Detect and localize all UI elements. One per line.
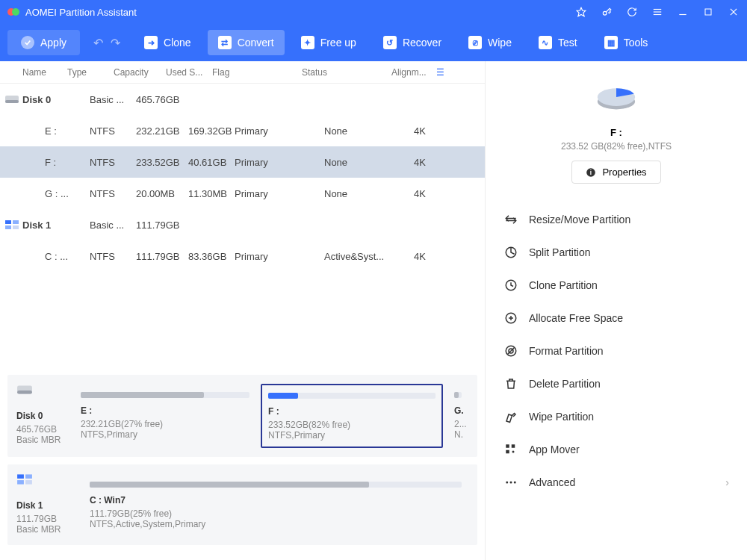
disk-icon [16, 384, 65, 396]
partition-row[interactable]: C : ...NTFS111.79GB83.36GBPrimaryActive&… [0, 240, 485, 272]
col-used[interactable]: Used S... [166, 67, 212, 78]
menu-icon[interactable] [651, 6, 663, 18]
action-list: Resize/Move PartitionSplit PartitionClon… [500, 203, 732, 499]
col-name[interactable]: Name [0, 67, 67, 78]
partition-block[interactable]: E :232.21GB(27% free)NTFS,Primary [74, 384, 256, 448]
partition-block-fs: NTFS,Active,System,Primary [90, 519, 462, 529]
wipe-button[interactable]: ⎚Wipe [458, 30, 522, 55]
action-wipe-partition[interactable]: Wipe Partition [500, 400, 732, 433]
column-header-row: Name Type Capacity Used S... Flag Status… [0, 61, 485, 84]
action-allocate-free-space[interactable]: Allocate Free Space [500, 302, 732, 335]
key-icon[interactable] [601, 6, 613, 18]
partition-row[interactable]: F :NTFS233.52GB40.61GBPrimaryNone4K [0, 146, 485, 178]
col-capacity[interactable]: Capacity [114, 67, 166, 78]
partition-block[interactable]: C : Win7111.79GB(25% free)NTFS,Active,Sy… [83, 473, 468, 536]
svg-rect-37 [506, 450, 509, 454]
partition-row[interactable]: E :NTFS232.21GB169.32GBPrimaryNone4K [0, 115, 485, 146]
cell-capacity: 111.79GB [136, 251, 188, 262]
disk-row[interactable]: Disk 0Basic ...465.76GB [0, 84, 485, 115]
clone-icon: ➜ [144, 36, 158, 49]
convert-icon: ⇄ [218, 36, 232, 49]
selected-partition-name: F : [500, 127, 732, 138]
cell-used: 83.36GB [188, 251, 235, 262]
action-label: Advanced [529, 476, 575, 488]
col-type[interactable]: Type [67, 67, 114, 78]
action-label: Delete Partition [529, 378, 601, 390]
disk-icon [4, 94, 19, 105]
disk-row[interactable]: Disk 1Basic ...111.79GB [0, 209, 485, 240]
col-status[interactable]: Status [302, 67, 391, 78]
disk-card-cap: 111.79GB [16, 514, 74, 524]
svg-rect-36 [512, 444, 515, 448]
action-label: Resize/Move Partition [529, 214, 630, 225]
action-advanced[interactable]: Advanced› [500, 466, 732, 499]
freeup-icon: ✦ [301, 36, 314, 49]
test-button[interactable]: ∿Test [528, 30, 588, 55]
partition-list: Disk 0Basic ...465.76GBE :NTFS232.21GB16… [0, 84, 485, 272]
disk-card-cap: 465.76GB [16, 424, 65, 435]
chevron-right-icon: › [725, 476, 729, 488]
disk-card-name: Disk 1 [16, 500, 74, 511]
partition-block-detail: 2... [454, 419, 462, 429]
col-align[interactable]: Alignm... [391, 67, 436, 78]
selected-partition-summary: F : 233.52 GB(82% free),NTFS i Propertie… [500, 76, 732, 184]
cell-used: 169.32GB [188, 125, 235, 137]
disk-card: Disk 1111.79GBBasic MBRC : Win7111.79GB(… [7, 464, 477, 545]
apply-button[interactable]: Apply [7, 30, 80, 55]
action-label: Wipe Partition [529, 411, 594, 423]
cell-type: NTFS [90, 188, 136, 199]
svg-rect-14 [13, 220, 19, 224]
col-flag[interactable]: Flag [212, 67, 302, 78]
action-delete-partition[interactable]: Delete Partition [500, 367, 732, 400]
redo-icon[interactable]: ↷ [111, 36, 120, 50]
properties-button[interactable]: i Properties [571, 161, 660, 184]
partition-block-name: C : Win7 [90, 495, 462, 505]
svg-rect-18 [17, 391, 32, 393]
recover-button[interactable]: ↺Recover [373, 30, 452, 55]
format-icon [503, 343, 518, 358]
maximize-icon[interactable] [702, 6, 714, 18]
partition-block[interactable]: G.2...N. [447, 384, 468, 448]
svg-point-3 [603, 11, 607, 15]
action-format-partition[interactable]: Format Partition [500, 335, 732, 367]
freeup-button[interactable]: ✦Free up [291, 30, 367, 55]
cell-capacity: 20.00MB [136, 188, 188, 199]
more-icon [503, 475, 518, 490]
col-options-icon[interactable]: ☰ [436, 67, 456, 78]
tools-icon: ▦ [604, 36, 618, 49]
partition-row[interactable]: G : ...NTFS20.00MB11.30MBPrimaryNone4K [0, 178, 485, 209]
action-split-partition[interactable]: Split Partition [500, 236, 732, 269]
tools-button[interactable]: ▦Tools [594, 30, 659, 55]
star-icon[interactable] [575, 6, 587, 18]
action-clone-partition[interactable]: Clone Partition [500, 269, 732, 302]
action-label: Clone Partition [529, 279, 598, 291]
cell-flag: Primary [235, 157, 324, 168]
action-app-mover[interactable]: App Mover [500, 433, 732, 466]
cell-status: None [324, 125, 414, 137]
disk-icon [4, 220, 19, 230]
undo-icon[interactable]: ↶ [93, 36, 103, 50]
disk-card-style: Basic MBR [16, 435, 65, 445]
action-label: Format Partition [529, 345, 604, 357]
partition-block-name: F : [268, 406, 436, 417]
close-icon[interactable] [728, 6, 740, 18]
svg-rect-13 [5, 220, 11, 224]
cell-align: 4K [414, 251, 459, 262]
action-label: App Mover [529, 444, 580, 455]
cell-name: Disk 0 [22, 94, 90, 105]
wipe-icon: ⎚ [468, 36, 482, 49]
cell-status: None [324, 157, 414, 168]
pie-chart-icon [589, 76, 644, 121]
cell-name: G : ... [22, 188, 90, 199]
split-icon [503, 245, 518, 260]
partition-block[interactable]: F :233.52GB(82% free)NTFS,Primary [261, 384, 443, 448]
svg-rect-21 [17, 480, 24, 485]
clone-button[interactable]: ➜Clone [134, 30, 202, 55]
action-resize-move-partition[interactable]: Resize/Move Partition [500, 203, 732, 236]
app-logo-icon [7, 6, 19, 18]
minimize-icon[interactable] [677, 6, 689, 18]
convert-button[interactable]: ⇄Convert [208, 30, 285, 55]
refresh-icon[interactable] [626, 6, 638, 18]
partition-block-detail: 111.79GB(25% free) [90, 508, 462, 519]
app-mover-icon [503, 442, 518, 457]
